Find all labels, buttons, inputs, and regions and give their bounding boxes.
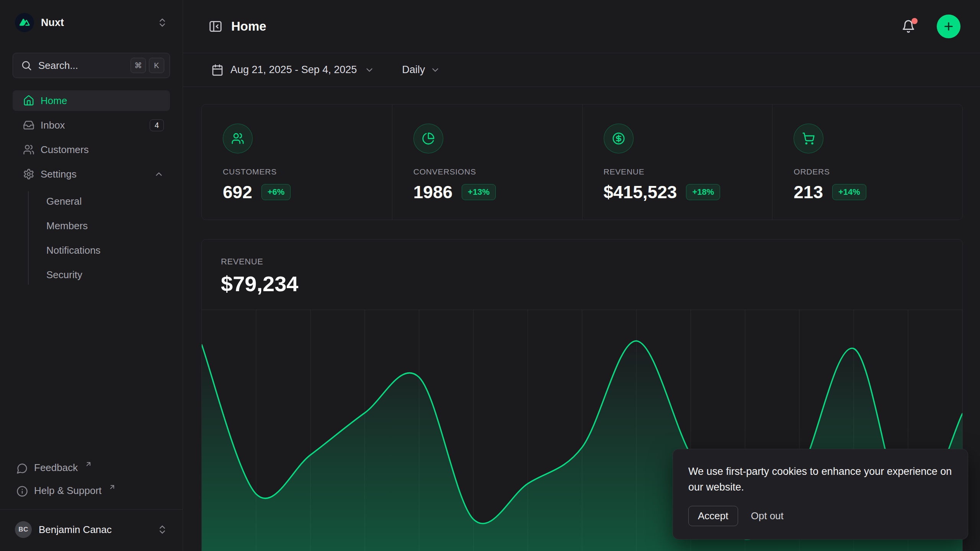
stat-card-conversions: CONVERSIONS 1986 +13% [392,104,582,220]
user-name: Benjamin Canac [39,524,150,536]
stat-value: 213 [794,182,823,202]
pie-chart-icon [413,124,443,153]
sidebar-item-help-support[interactable]: Help & Support [13,479,170,502]
chevrons-up-down-icon [157,17,168,28]
sidebar-item-notifications[interactable]: Notifications [46,238,170,262]
workspace-switcher[interactable]: Nuxt [13,11,170,34]
workspace-name: Nuxt [41,17,150,29]
sidebar-item-settings[interactable]: Settings [13,164,170,184]
sidebar-item-label: Help & Support [34,485,101,497]
gear-icon [23,168,34,180]
settings-subnav: General Members Notifications Security [13,189,170,287]
filters-toolbar: Aug 21, 2025 - Sep 4, 2025 Daily [183,53,980,87]
date-range-picker[interactable]: Aug 21, 2025 - Sep 4, 2025 [211,64,374,76]
granularity-value: Daily [402,64,425,76]
sidebar-item-label: Home [41,95,164,107]
inbox-count-badge: 4 [150,119,164,131]
page-header: Home [183,0,980,53]
stat-value: 692 [223,182,252,202]
page-title: Home [231,19,902,34]
sidebar-item-label: Inbox [41,119,144,131]
add-button[interactable] [937,15,960,38]
accept-button[interactable]: Accept [688,506,738,526]
app-window: Nuxt Search... ⌘ K Home Inbox 4 [0,0,980,551]
stat-delta-badge: +14% [832,184,866,200]
notifications-button[interactable] [902,20,915,33]
stat-value: $415,523 [604,182,677,202]
nuxt-logo-icon [15,13,34,32]
stat-delta-badge: +18% [686,184,720,200]
date-range-value: Aug 21, 2025 - Sep 4, 2025 [230,64,357,76]
revenue-chart-value: $79,234 [221,272,943,296]
stat-label: CUSTOMERS [223,167,381,176]
stats-panel: CUSTOMERS 692 +6% CONVERSIONS 1986 +13% [201,104,963,220]
users-icon [223,124,253,153]
chat-bubble-icon [16,463,28,474]
stat-label: CONVERSIONS [413,167,571,176]
sidebar-item-members[interactable]: Members [46,214,170,238]
revenue-chart-label: REVENUE [221,257,943,267]
notification-dot [911,18,918,24]
search-input[interactable]: Search... ⌘ K [13,53,170,78]
stat-label: REVENUE [604,167,761,176]
sidebar-item-customers[interactable]: Customers [13,139,170,160]
subnav-label: Security [46,269,82,281]
info-circle-icon [16,486,28,497]
subnav-label: Notifications [46,245,101,256]
external-link-icon [85,460,92,468]
sidebar-item-label: Feedback [34,462,78,474]
sidebar-spacer [13,287,170,456]
chevron-up-icon [154,169,164,179]
chevrons-up-down-icon [157,524,168,535]
opt-out-button[interactable]: Opt out [750,506,785,526]
chevron-down-icon [364,65,374,75]
sidebar-nav: Home Inbox 4 Customers Settings General [13,90,170,287]
granularity-select[interactable]: Daily [402,64,440,76]
search-icon [21,60,32,71]
subnav-label: General [46,196,82,207]
sidebar-item-feedback[interactable]: Feedback [13,456,170,479]
stat-delta-badge: +13% [462,184,496,200]
user-menu[interactable]: BC Benjamin Canac [13,519,170,540]
cookie-banner: We use first-party cookies to enhance yo… [673,449,968,540]
sidebar-item-label: Settings [41,168,148,180]
users-icon [23,144,34,155]
kbd-k: K [149,58,164,73]
panel-left-icon[interactable] [208,19,223,34]
stat-value: 1986 [413,182,452,202]
sidebar-item-security[interactable]: Security [46,262,170,287]
stat-delta-badge: +6% [261,184,291,200]
shopping-cart-icon [794,124,823,153]
sidebar-item-label: Customers [41,144,164,156]
stat-card-revenue: REVENUE $415,523 +18% [582,104,773,220]
circle-dollar-icon [604,124,634,153]
cookie-message: We use first-party cookies to enhance yo… [688,464,952,495]
stat-label: ORDERS [794,167,951,176]
sidebar-divider [0,509,183,510]
search-placeholder: Search... [38,60,127,72]
external-link-icon [108,483,116,491]
sidebar-item-home[interactable]: Home [13,90,170,111]
sidebar-item-general[interactable]: General [46,189,170,214]
inbox-icon [23,119,34,131]
subnav-label: Members [46,220,88,232]
calendar-icon [211,64,224,76]
avatar: BC [15,521,32,538]
plus-icon [942,20,955,33]
kbd-cmd: ⌘ [131,58,146,73]
stat-card-orders: ORDERS 213 +14% [772,104,962,220]
chevron-down-icon [430,65,440,75]
sidebar: Nuxt Search... ⌘ K Home Inbox 4 [0,0,183,551]
stat-card-customers: CUSTOMERS 692 +6% [202,104,392,220]
sidebar-item-inbox[interactable]: Inbox 4 [13,115,170,135]
home-icon [23,95,34,106]
